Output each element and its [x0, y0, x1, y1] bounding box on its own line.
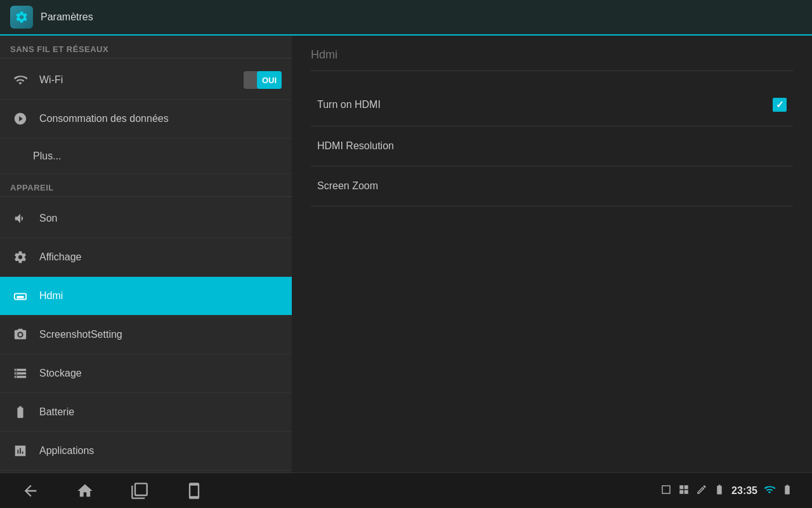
apps-icon: [10, 441, 30, 461]
sidebar-item-stockage[interactable]: Stockage: [0, 354, 292, 393]
topbar-title: Paramètres: [41, 11, 93, 23]
sidebar-item-data[interactable]: Consommation des données: [0, 100, 292, 138]
main-layout: SANS FIL ET RÉSEAUX Wi-Fi OUI: [0, 36, 812, 472]
more-label: Plus...: [33, 150, 61, 162]
screenshot-nav-button[interactable]: [183, 479, 206, 502]
grid-icon: [678, 484, 690, 498]
home-button[interactable]: [74, 479, 96, 502]
wifi-icon: [10, 70, 30, 90]
nav-buttons: [19, 479, 206, 502]
content-item-hdmi-resolution[interactable]: HDMI Resolution: [311, 126, 793, 166]
data-icon: [10, 109, 30, 129]
signal-icon: [782, 484, 793, 498]
divider: [0, 196, 292, 197]
camera-icon: [10, 324, 30, 345]
sidebar-item-affichage[interactable]: Affichage: [0, 238, 292, 277]
toggle-oui-label: OUI: [257, 71, 282, 89]
son-label: Son: [39, 213, 57, 224]
battery-status-icon: [714, 484, 725, 498]
hdmi-checkbox[interactable]: [773, 98, 787, 112]
stockage-label: Stockage: [39, 368, 82, 379]
settings-icon: [15, 10, 29, 24]
content-item-turn-on-hdmi[interactable]: Turn on HDMI: [311, 84, 793, 126]
turn-on-hdmi-label: Turn on HDMI: [317, 99, 381, 110]
svg-rect-1: [17, 296, 24, 298]
bottom-navigation: 23:35: [0, 472, 812, 508]
sidebar-item-son[interactable]: Son: [0, 199, 292, 238]
sidebar-item-more[interactable]: Plus...: [0, 138, 292, 174]
sound-icon: [10, 208, 30, 229]
sidebar-item-hdmi[interactable]: Hdmi: [0, 277, 292, 316]
divider: [0, 58, 292, 58]
sidebar: SANS FIL ET RÉSEAUX Wi-Fi OUI: [0, 36, 292, 472]
status-bar: 23:35: [660, 484, 793, 498]
section-header-network: SANS FIL ET RÉSEAUX: [0, 36, 292, 58]
screenshot-status-icon: [660, 484, 672, 498]
content-area: Hdmi Turn on HDMI HDMI Resolution Screen…: [292, 36, 812, 472]
back-button[interactable]: [19, 479, 42, 502]
hdmi-icon: [10, 286, 30, 306]
wifi-label: Wi-Fi: [39, 74, 63, 86]
hdmi-resolution-label: HDMI Resolution: [317, 140, 394, 152]
battery-icon: [10, 402, 30, 422]
sidebar-item-batterie[interactable]: Batterie: [0, 393, 292, 432]
edit-icon: [696, 484, 707, 498]
section-header-device: APPAREIL: [0, 174, 292, 196]
sidebar-item-wifi[interactable]: Wi-Fi OUI: [0, 61, 292, 100]
sidebar-item-screenshot[interactable]: ScreenshotSetting: [0, 316, 292, 354]
wifi-toggle[interactable]: OUI: [244, 71, 282, 89]
screen-zoom-label: Screen Zoom: [317, 180, 378, 192]
topbar-icon: [10, 6, 33, 29]
data-label: Consommation des données: [39, 113, 169, 124]
screenshot-label: ScreenshotSetting: [39, 329, 122, 340]
storage-icon: [10, 363, 30, 384]
batterie-label: Batterie: [39, 406, 74, 418]
affichage-label: Affichage: [39, 251, 81, 263]
status-time: 23:35: [731, 485, 757, 497]
applications-label: Applications: [39, 445, 94, 457]
wifi-status-icon: [764, 484, 775, 498]
display-icon: [10, 247, 30, 267]
section-header-personal: PERSONNEL: [0, 471, 292, 472]
sidebar-item-applications[interactable]: Applications: [0, 432, 292, 471]
hdmi-label: Hdmi: [39, 290, 63, 302]
content-title: Hdmi: [311, 48, 793, 71]
toggle-switch[interactable]: OUI: [244, 71, 282, 89]
recent-apps-button[interactable]: [128, 479, 151, 502]
topbar: Paramètres: [0, 0, 812, 36]
content-item-screen-zoom[interactable]: Screen Zoom: [311, 166, 793, 206]
